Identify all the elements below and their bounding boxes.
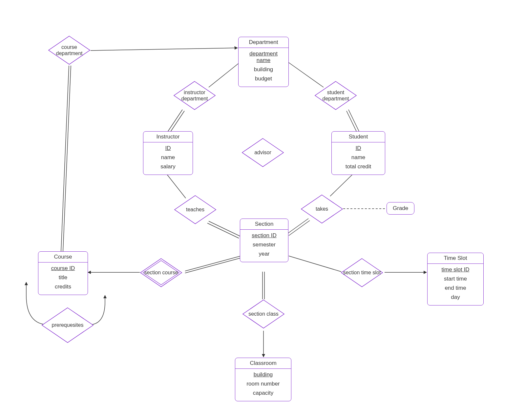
svg-line-16 [185,256,241,271]
entity-student: Student ID name total credit [331,131,385,175]
svg-line-14 [289,220,310,236]
svg-line-4 [168,110,182,131]
svg-line-9 [166,173,186,198]
svg-line-19 [289,256,341,272]
entity-department: Department department name building budg… [238,37,289,87]
svg-line-2 [63,66,71,251]
svg-line-8 [346,111,357,133]
svg-line-3 [209,61,242,87]
entity-timeslot: Time Slot time slot ID start time end ti… [427,253,484,305]
entity-section: Section section ID semester year [240,219,288,262]
svg-line-0 [91,48,238,51]
svg-line-11 [207,223,239,238]
entity-title: Department [239,37,288,48]
entity-classroom: Classroom building room number capacity [235,358,291,401]
entity-instructor: Instructor ID name salary [143,131,193,175]
svg-line-1 [61,66,69,251]
svg-line-13 [287,219,308,234]
svg-line-5 [170,111,184,133]
svg-line-6 [283,58,324,87]
svg-line-12 [330,173,354,196]
attr-grade: Grade [387,202,414,215]
entity-course: Course course ID title credits [38,251,88,295]
svg-line-7 [348,110,359,131]
svg-line-10 [209,221,240,236]
svg-line-17 [185,258,241,273]
